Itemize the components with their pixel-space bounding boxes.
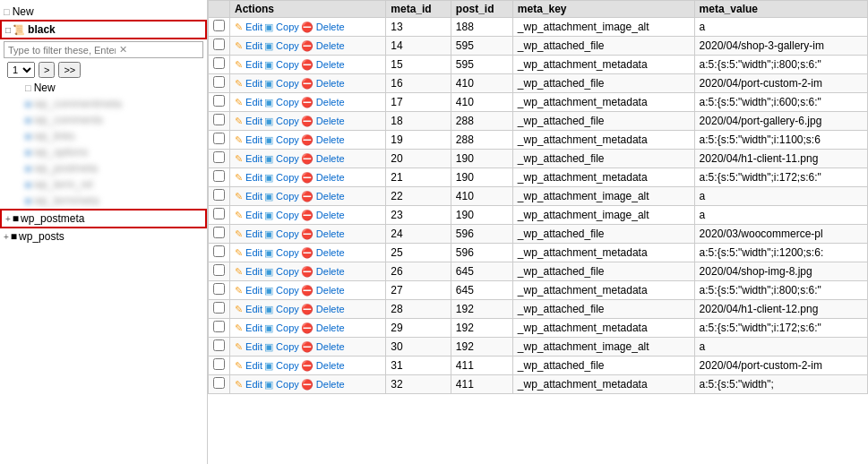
edit-link[interactable]: ✎ Edit: [235, 191, 262, 202]
sidebar-table-row-4[interactable]: ■ wp_options: [0, 144, 207, 160]
sidebar-table-row-5[interactable]: ■ wp_postmeta: [0, 160, 207, 176]
delete-link[interactable]: ⛔ Delete: [301, 228, 345, 239]
row-checkbox[interactable]: [213, 302, 225, 314]
copy-link[interactable]: ▣ Copy: [264, 78, 299, 89]
row-checkbox[interactable]: [213, 39, 225, 50]
copy-link[interactable]: ▣ Copy: [264, 116, 299, 126]
row-checkbox[interactable]: [213, 20, 225, 31]
copy-link[interactable]: ▣ Copy: [264, 21, 299, 32]
copy-link[interactable]: ▣ Copy: [264, 228, 299, 239]
row-checkbox[interactable]: [213, 133, 225, 144]
edit-link[interactable]: ✎ Edit: [235, 285, 262, 296]
copy-link[interactable]: ▣ Copy: [264, 266, 299, 277]
delete-link[interactable]: ⛔ Delete: [301, 360, 345, 371]
edit-link[interactable]: ✎ Edit: [235, 379, 262, 390]
edit-link[interactable]: ✎ Edit: [235, 172, 262, 183]
delete-link[interactable]: ⛔ Delete: [301, 210, 345, 220]
edit-link[interactable]: ✎ Edit: [235, 304, 262, 314]
row-checkbox[interactable]: [213, 189, 225, 201]
copy-link[interactable]: ▣ Copy: [264, 40, 299, 51]
delete-link[interactable]: ⛔ Delete: [301, 341, 345, 352]
expand-black-icon[interactable]: □: [5, 25, 11, 35]
sidebar-item-wp-posts[interactable]: + ■ wp_posts: [0, 228, 207, 245]
row-checkbox[interactable]: [213, 245, 225, 257]
row-checkbox[interactable]: [213, 208, 225, 219]
copy-link[interactable]: ▣ Copy: [264, 379, 299, 390]
copy-link[interactable]: ▣ Copy: [264, 360, 299, 371]
delete-link[interactable]: ⛔ Delete: [301, 78, 345, 89]
page-select[interactable]: 1: [7, 62, 35, 78]
row-checkbox[interactable]: [213, 114, 225, 125]
delete-link[interactable]: ⛔ Delete: [301, 59, 345, 70]
copy-link[interactable]: ▣ Copy: [264, 304, 299, 314]
sidebar-table-row-3[interactable]: ■ wp_links: [0, 128, 207, 144]
copy-link[interactable]: ▣ Copy: [264, 322, 299, 333]
sidebar-table-row-2[interactable]: ■ wp_comments: [0, 112, 207, 128]
delete-link[interactable]: ⛔ Delete: [301, 379, 345, 390]
edit-link[interactable]: ✎ Edit: [235, 40, 262, 51]
delete-link[interactable]: ⛔ Delete: [301, 247, 345, 258]
edit-link[interactable]: ✎ Edit: [235, 322, 262, 333]
copy-link[interactable]: ▣ Copy: [264, 172, 299, 183]
filter-clear-button[interactable]: ✕: [119, 44, 127, 56]
copy-link[interactable]: ▣ Copy: [264, 59, 299, 70]
sidebar-item-black[interactable]: □ 📜 black: [0, 20, 207, 39]
row-checkbox[interactable]: [213, 151, 225, 163]
copy-link[interactable]: ▣ Copy: [264, 191, 299, 202]
sidebar-item-new-top[interactable]: □ New: [0, 4, 207, 20]
copy-link[interactable]: ▣ Copy: [264, 341, 299, 352]
delete-link[interactable]: ⛔ Delete: [301, 97, 345, 107]
copy-link[interactable]: ▣ Copy: [264, 210, 299, 220]
last-page-button[interactable]: >>: [58, 62, 81, 78]
edit-link[interactable]: ✎ Edit: [235, 360, 262, 371]
edit-link[interactable]: ✎ Edit: [235, 210, 262, 220]
delete-link[interactable]: ⛔ Delete: [301, 21, 345, 32]
row-checkbox[interactable]: [213, 377, 225, 389]
sidebar-item-new-black[interactable]: □ New: [0, 80, 207, 96]
row-checkbox[interactable]: [213, 95, 225, 107]
delete-link[interactable]: ⛔ Delete: [301, 266, 345, 277]
edit-link[interactable]: ✎ Edit: [235, 116, 262, 126]
row-checkbox[interactable]: [213, 264, 225, 276]
delete-link[interactable]: ⛔ Delete: [301, 172, 345, 183]
delete-link[interactable]: ⛔ Delete: [301, 285, 345, 296]
edit-link[interactable]: ✎ Edit: [235, 266, 262, 277]
edit-link[interactable]: ✎ Edit: [235, 21, 262, 32]
edit-link[interactable]: ✎ Edit: [235, 153, 262, 164]
edit-link[interactable]: ✎ Edit: [235, 228, 262, 239]
row-checkbox[interactable]: [213, 358, 225, 370]
delete-link[interactable]: ⛔ Delete: [301, 153, 345, 164]
row-checkbox[interactable]: [213, 339, 225, 351]
copy-link[interactable]: ▣ Copy: [264, 247, 299, 258]
delete-link[interactable]: ⛔ Delete: [301, 40, 345, 51]
delete-link[interactable]: ⛔ Delete: [301, 191, 345, 202]
delete-link[interactable]: ⛔ Delete: [301, 304, 345, 314]
expand-posts-icon[interactable]: +: [4, 232, 9, 242]
filter-input[interactable]: [8, 45, 116, 56]
edit-link[interactable]: ✎ Edit: [235, 59, 262, 70]
delete-link[interactable]: ⛔ Delete: [301, 322, 345, 333]
row-checkbox[interactable]: [213, 57, 225, 69]
sidebar-item-wp-postmeta[interactable]: + ■ wp_postmeta: [0, 209, 207, 228]
row-checkbox[interactable]: [213, 227, 225, 238]
row-checkbox[interactable]: [213, 170, 225, 182]
expand-postmeta-icon[interactable]: +: [5, 214, 11, 224]
edit-link[interactable]: ✎ Edit: [235, 247, 262, 258]
delete-link[interactable]: ⛔ Delete: [301, 116, 345, 126]
edit-link[interactable]: ✎ Edit: [235, 78, 262, 89]
row-checkbox[interactable]: [213, 283, 225, 295]
sidebar-table-row-7[interactable]: ■ wp_termmeta: [0, 193, 207, 209]
copy-link[interactable]: ▣ Copy: [264, 153, 299, 164]
row-checkbox[interactable]: [213, 321, 225, 332]
copy-link[interactable]: ▣ Copy: [264, 134, 299, 145]
delete-link[interactable]: ⛔ Delete: [301, 134, 345, 145]
sidebar-table-row-1[interactable]: ■ wp_commentmeta: [0, 96, 207, 112]
next-page-button[interactable]: >: [39, 62, 55, 78]
row-checkbox[interactable]: [213, 76, 225, 88]
copy-link[interactable]: ▣ Copy: [264, 285, 299, 296]
copy-link[interactable]: ▣ Copy: [264, 97, 299, 107]
edit-link[interactable]: ✎ Edit: [235, 134, 262, 145]
sidebar-table-row-6[interactable]: ■ wp_term_rel: [0, 176, 207, 193]
edit-link[interactable]: ✎ Edit: [235, 341, 262, 352]
edit-link[interactable]: ✎ Edit: [235, 97, 262, 107]
